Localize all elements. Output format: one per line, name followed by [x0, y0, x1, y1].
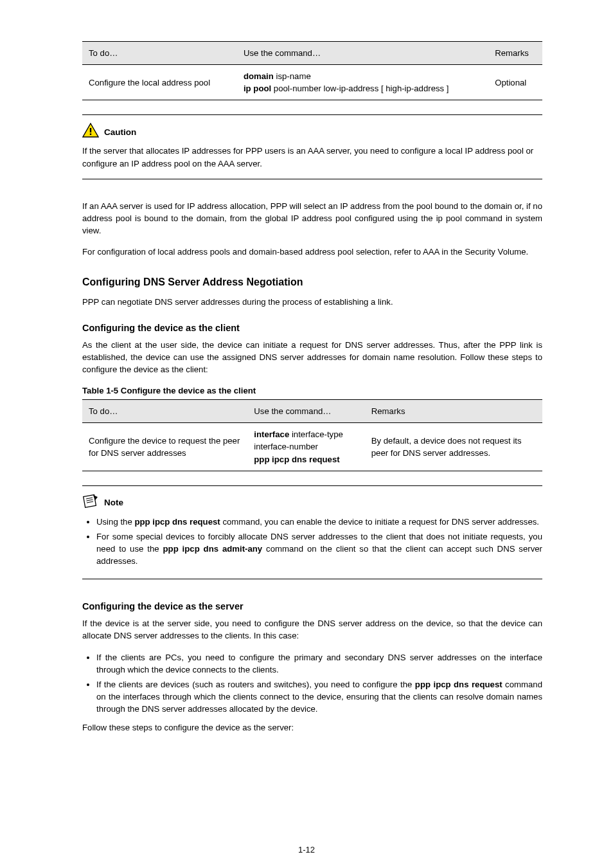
table-header-row: To do… Use the command… Remarks: [82, 42, 542, 65]
cmd-line-2: ip pool pool-number low-ip-address [ hig…: [244, 82, 482, 95]
note-notepad-icon: [82, 494, 99, 509]
col-to-do: To do…: [82, 400, 247, 423]
svg-rect-2: [90, 134, 91, 135]
warning-triangle-icon: [82, 123, 99, 138]
cell-command: domain isp-name ip pool pool-number low-…: [237, 65, 488, 100]
cmd-line-1: domain isp-name: [244, 70, 482, 82]
list-item: If the clients are PCs, you need to conf…: [96, 651, 542, 676]
caution-label: Caution: [104, 126, 136, 139]
note-list: Using the ppp ipcp dns request command, …: [82, 516, 542, 568]
list-item: Using the ppp ipcp dns request command, …: [96, 516, 542, 528]
table-config-local-pool: To do… Use the command… Remarks Configur…: [82, 41, 542, 100]
list-item: For some special devices to forcibly all…: [96, 530, 542, 567]
section-intro: PPP can negotiate DNS server addresses d…: [82, 296, 542, 308]
table5-caption: Table 1-5 Configure the device as the cl…: [82, 384, 542, 397]
svg-rect-1: [90, 128, 91, 132]
page-number: 1-12: [0, 844, 613, 856]
section-heading: Configuring DNS Server Address Negotiati…: [82, 275, 542, 289]
col-to-do: To do…: [82, 42, 237, 65]
list-item: If the clients are devices (such as rout…: [96, 678, 542, 715]
cmd-line-2: ppp ipcp dns request: [254, 453, 358, 466]
paragraph-aaa: If an AAA server is used for IP address …: [82, 200, 542, 237]
cmd-line-1: interface interface-type interface-numbe…: [254, 428, 358, 453]
subsection-server-para: If the device is at the server side, you…: [82, 617, 542, 642]
cell-remarks: Optional: [488, 65, 542, 100]
table-row: Configure the local address pool domain …: [82, 65, 542, 100]
col-command: Use the command…: [237, 42, 488, 65]
caution-body: If the server that allocates IP addresse…: [82, 145, 542, 169]
subsection-client-para: As the client at the user side, the devi…: [82, 339, 542, 375]
page: To do… Use the command… Remarks Configur…: [0, 0, 613, 868]
col-command: Use the command…: [247, 400, 364, 423]
col-remarks: Remarks: [488, 42, 542, 65]
paragraph-ref: For configuration of local address pools…: [82, 246, 542, 258]
cell-to-do: Configure the local address pool: [82, 65, 237, 100]
cell-remarks: By default, a device does not request it…: [365, 423, 542, 471]
table-config-client: To do… Use the command… Remarks Configur…: [82, 399, 542, 471]
col-remarks: Remarks: [365, 400, 542, 423]
caution-callout: Caution If the server that allocates IP …: [82, 114, 542, 179]
callout-heading: Caution: [82, 123, 542, 138]
subsection-server: Configuring the device as the server: [82, 600, 542, 613]
cell-command: interface interface-type interface-numbe…: [247, 423, 364, 471]
table-header-row: To do… Use the command… Remarks: [82, 400, 542, 423]
note-label: Note: [104, 496, 123, 509]
server-bullets: If the clients are PCs, you need to conf…: [82, 651, 542, 716]
table-row: Configure the device to request the peer…: [82, 423, 542, 471]
note-callout: Note Using the ppp ipcp dns request comm…: [82, 485, 542, 580]
subsection-server-closing: Follow these steps to configure the devi…: [82, 721, 542, 734]
callout-heading: Note: [82, 494, 542, 509]
cell-to-do: Configure the device to request the peer…: [82, 423, 247, 471]
subsection-client: Configuring the device as the client: [82, 321, 542, 335]
